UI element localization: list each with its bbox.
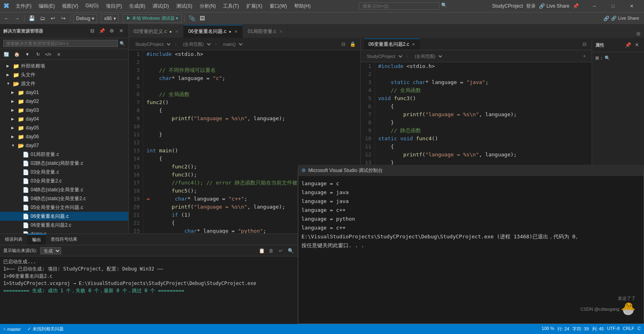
status-line[interactable]: 行: 24 [557,326,569,332]
menu-tools[interactable]: 工具(T) [220,2,242,10]
tree-item-day01[interactable]: ▶📁day01 [0,88,128,97]
tree-item-day05[interactable]: ▶📁day05 [0,123,128,132]
output-find-btn[interactable]: 🔍 [287,247,295,255]
status-spaces[interactable]: 列: 45 [592,326,604,332]
filter-btn[interactable]: ▼ [23,50,32,59]
tree-item-01局部变量-c[interactable]: 📄01局部变量.c [0,150,128,159]
tree-item-day06[interactable]: ▶📁day06 [0,132,128,141]
menu-view[interactable]: 视图(V) [59,2,81,10]
run-btn[interactable]: ▶ 本地 Windows 调试器 ▾ [123,14,182,23]
scroll-lock-btn[interactable]: 🔒 [349,40,357,48]
tree-item-03全局变量2-c[interactable]: 📄03全局变量2.c [0,176,128,185]
refresh-btn[interactable]: ↻ [33,50,43,59]
breadcrumb-scope-left[interactable]: (全局范围) [180,41,212,48]
props-filter-btn[interactable]: 🔍 [605,55,610,61]
platform-dropdown[interactable]: x86 ▾ [101,14,118,23]
tree-item-02静态(static)局部变量-c[interactable]: 📄02静态(static)局部变量.c [0,159,128,168]
props-sort-btn[interactable]: ↕ [601,55,603,61]
live-share-btn[interactable]: 🔗 Live Share [539,3,570,9]
tab-1-close[interactable]: ✕ [234,29,237,34]
screenshot-btn[interactable]: 🖼 [198,14,207,23]
split-editor-btn[interactable]: ⊞ [634,30,642,38]
output-copy-btn[interactable]: 📋 [258,247,266,255]
pin-sidebar-btn[interactable]: 📌 [98,27,106,35]
plus-btn[interactable]: + [580,52,588,60]
breadcrumb-scope-right[interactable]: (全局范围) [411,53,444,60]
split-right-btn[interactable]: ⊟ [580,40,588,48]
menu-extensions[interactable]: 扩展(X) [243,2,266,10]
menu-analyze[interactable]: 分析(N) [196,2,219,10]
menu-git[interactable]: Git(G) [82,2,102,10]
properties-close-btn[interactable]: ✕ [633,41,641,49]
login-btn[interactable]: 登录 [526,3,536,10]
output-source-select[interactable]: 生成 [40,247,61,254]
tab-0-close[interactable]: ✕ [175,29,178,34]
close-btn[interactable]: ✕ [622,0,641,12]
tree-item-05全局变量分文件问题-c[interactable]: 📄05全局变量分文件问题.c [0,203,128,212]
menu-debug[interactable]: 调试(D) [149,2,172,10]
right-pane-tab[interactable]: 06变量重名问题2.c ✕ [364,39,420,50]
minimize-btn[interactable]: ─ [585,0,604,12]
token: #include [147,51,172,57]
breadcrumb-symbol-left[interactable]: main() [220,41,244,48]
menu-edit[interactable]: 编辑(E) [35,2,58,10]
maximize-btn[interactable]: □ [604,0,622,12]
status-zoom[interactable]: 100 % [542,326,554,332]
menu-help[interactable]: 帮助(H) [291,2,314,10]
back-btn[interactable]: ← [2,14,11,23]
home-btn[interactable]: 🏠 [12,50,22,59]
split-btn[interactable]: ⊟ [339,40,347,48]
tree-item-day02[interactable]: ▶📁day02 [0,97,128,106]
tab-2-close[interactable]: ✕ [279,29,283,34]
menu-project[interactable]: 项目(P) [103,2,125,10]
editor-tab-2[interactable]: 01局部变量.c ✕ [243,25,288,38]
collapse-all-btn[interactable]: ⊟ [88,27,96,35]
status-col[interactable]: 字符: 39 [572,326,588,332]
output-tab-output[interactable]: 输出 [27,234,46,245]
tree-item-04静态(static)全局变量2-c[interactable]: 📄04静态(static)全局变量2.c [0,194,128,203]
save-btn[interactable]: 💾 [27,14,37,23]
breadcrumb-project-right[interactable]: StudyCProject [364,53,404,60]
props-grid-btn[interactable]: ⊞ [595,55,599,61]
tree-item-06变量重名问题-c[interactable]: 📄06变量重名问题.c [0,212,128,221]
tree-item-06变量重名问题2-c[interactable]: 📄06变量重名问题2.c [0,221,128,229]
undo-btn[interactable]: ↩ [48,14,58,23]
tree-item-04静态(static)全局变量-c[interactable]: 📄04静态(static)全局变量.c [0,185,128,194]
status-lang[interactable]: C [638,326,641,332]
output-tab-errors[interactable]: 错误列表 [0,234,27,245]
sync-btn[interactable]: 🔄 [2,50,11,59]
tree-item-day07[interactable]: ▼📂day07 [0,141,128,150]
menu-build[interactable]: 生成(B) [126,2,149,10]
forward-btn[interactable]: → [12,14,22,23]
output-clear-btn[interactable]: 🗑 [267,247,275,255]
menu-test[interactable]: 测试(S) [173,2,196,10]
sidebar-search-input[interactable] [3,40,118,47]
tree-item-外部依赖项[interactable]: ▶📁外部依赖项 [0,61,128,70]
tree-item-03全局变量-c[interactable]: 📄03全局变量.c [0,168,128,176]
editor-tab-1[interactable]: 06变量重名问题.c ● ✕ [184,25,243,38]
status-issues[interactable]: ✓ 未找到相关问题 [27,326,64,332]
live-share-toolbar-btn[interactable]: 🔗 🔗 Live Share [600,16,642,21]
properties-view-btn[interactable]: ≡ [54,50,64,59]
menu-file[interactable]: 文件(F) [12,2,35,10]
tree-item-源文件[interactable]: ▼📂源文件 [0,79,128,88]
code-view-btn[interactable]: </> [43,50,53,59]
menu-window[interactable]: 窗口(W) [266,2,290,10]
breadcrumb-project-left[interactable]: StudyCProject [132,41,172,48]
output-tab-find[interactable]: 查找符号结果 [46,234,82,245]
right-tab-close[interactable]: ✕ [412,42,415,47]
properties-pin-btn[interactable]: 📌 [624,41,632,49]
debug-config-dropdown[interactable]: Debug ▾ [73,14,97,23]
attach-btn[interactable]: 📎 [187,14,197,23]
redo-btn[interactable]: ↪ [58,14,68,23]
output-wrap-btn[interactable]: ↵ [277,247,285,255]
tree-item-day04[interactable]: ▶📁day04 [0,115,128,123]
editor-tab-0[interactable]: 02变量的定义.c ● ✕ [129,25,184,38]
sidebar-settings-btn[interactable]: ⚙ [107,27,116,35]
search-input[interactable] [359,2,440,10]
status-branch[interactable]: ⑃ master [3,327,21,332]
tree-item-day03[interactable]: ▶📁day03 [0,106,128,115]
save-all-btn[interactable]: 🗂 [37,14,47,23]
tree-item-头文件[interactable]: ▶📁头文件 [0,70,128,79]
close-sidebar-btn[interactable]: ✕ [117,27,125,35]
